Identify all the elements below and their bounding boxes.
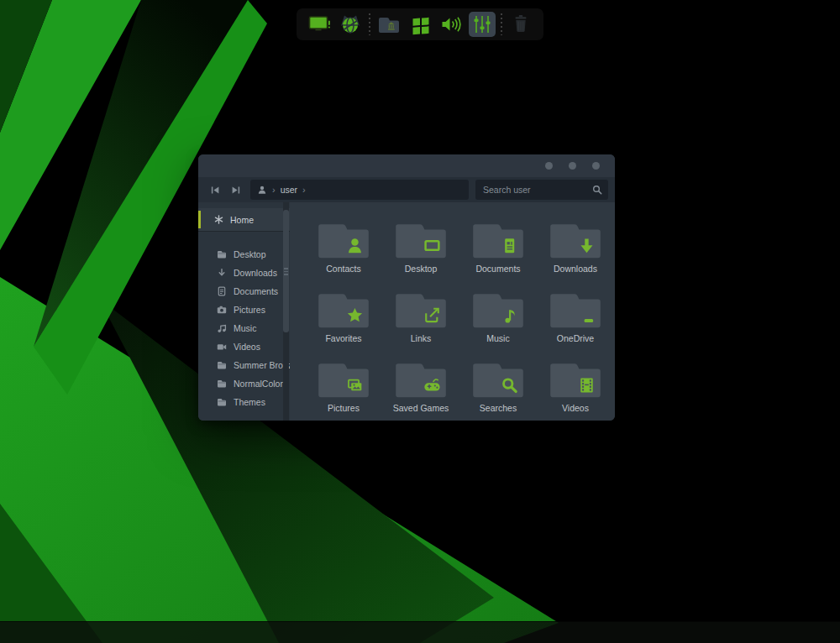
folder-small-icon [218, 380, 226, 388]
folder-tile[interactable]: Saved Games [382, 359, 459, 421]
volume-button[interactable] [438, 12, 465, 37]
folder-label: Contacts [326, 264, 360, 274]
window-control-dot-2[interactable] [569, 162, 576, 170]
folder-tile[interactable]: Searches [459, 359, 537, 421]
sidebar-item[interactable]: Pictures [198, 301, 290, 319]
breadcrumb[interactable]: user [281, 185, 297, 195]
window-control-dot-1[interactable] [545, 162, 553, 170]
sidebar-item[interactable]: Desktop [198, 245, 290, 264]
equalizer-icon [475, 16, 491, 33]
folder-label: Favorites [325, 333, 361, 343]
folder-tile[interactable]: Music [459, 290, 537, 359]
folder-bank-button[interactable] [375, 12, 402, 37]
taskbar[interactable] [0, 621, 840, 643]
sidebar-item-label: Videos [234, 342, 260, 352]
display-button[interactable] [306, 12, 333, 37]
folder-tile[interactable]: Desktop [382, 220, 459, 290]
folder-label: Searches [480, 403, 517, 413]
folder-tile[interactable]: Contacts [305, 220, 382, 290]
breadcrumb-separator: › [272, 186, 276, 195]
sidebar-item-label: NormalColor [234, 379, 283, 389]
folder-icon [396, 363, 446, 397]
folder-small-icon [218, 362, 226, 369]
sidebar-scrollbar-track[interactable] [283, 202, 289, 421]
back-button[interactable] [205, 180, 225, 199]
recycle-bin-button[interactable] [507, 12, 534, 37]
user-icon [257, 185, 267, 195]
windows-button[interactable] [407, 12, 433, 37]
folder-tile[interactable]: Videos [537, 359, 614, 421]
scrollbar-thumb[interactable] [283, 210, 289, 332]
sidebar-item[interactable]: Videos [198, 337, 290, 356]
sidebar-item[interactable]: Themes [198, 393, 290, 411]
folder-icon [318, 294, 369, 327]
sidebar-home-label: Home [230, 215, 254, 225]
sidebar-list: Desktop Downloads Documents Pict [198, 245, 290, 411]
display-icon [310, 17, 330, 30]
globe-icon [341, 16, 360, 34]
camera-small-icon [218, 306, 226, 313]
navigation-bar: › user › [198, 177, 615, 202]
folder-tile[interactable]: OneDrive [537, 290, 614, 359]
breadcrumb-separator: › [302, 186, 306, 195]
desktop-dock [297, 8, 543, 40]
sidebar-item-label: Themes [234, 397, 265, 407]
scrollbar-grip [284, 268, 288, 275]
address-bar[interactable]: › user › [250, 180, 469, 200]
window-main: Home Desktop Downloads [198, 202, 615, 421]
music-small-icon [218, 326, 226, 333]
folder-icon [550, 224, 601, 258]
folder-tile[interactable]: Documents [459, 220, 537, 290]
sidebar-item-label: Music [234, 323, 256, 333]
sidebar-item-label: Documents [234, 286, 278, 296]
window-titlebar [198, 154, 615, 177]
document-icon [505, 238, 514, 253]
folder-tile[interactable]: Pictures [305, 359, 382, 421]
video-small-icon [218, 344, 226, 349]
film-icon [580, 379, 592, 393]
folder-label: Videos [562, 403, 589, 413]
window-control-dot-3[interactable] [592, 162, 600, 170]
folder-label: Saved Games [393, 403, 449, 413]
sidebar-item-label: Desktop [234, 249, 266, 259]
sidebar-item[interactable]: Downloads [198, 264, 290, 282]
folder-small-icon [218, 251, 226, 259]
folder-label: Downloads [554, 264, 597, 274]
skip-back-icon [210, 185, 221, 196]
folder-icon [473, 294, 523, 327]
dash-icon [585, 319, 594, 322]
folder-label: Desktop [405, 264, 438, 274]
folder-icon [473, 224, 523, 258]
folder-label: OneDrive [557, 333, 594, 343]
file-explorer-window: › user › Home Desktop [198, 154, 615, 421]
folder-grid: Contacts Desktop Documents [290, 202, 615, 421]
sidebar-item[interactable]: NormalColor [198, 374, 290, 393]
globe-button[interactable] [337, 12, 364, 37]
folder-tile[interactable]: Links [382, 290, 459, 359]
sidebar-item[interactable]: Music [198, 319, 290, 337]
folder-tile[interactable]: Downloads [537, 220, 614, 290]
folder-tile[interactable]: Favorites [305, 290, 382, 359]
sidebar: Home Desktop Downloads [198, 202, 290, 421]
home-star-icon [214, 215, 223, 224]
folder-label: Pictures [328, 403, 360, 413]
dock-separator [368, 13, 371, 35]
download-small-icon [219, 269, 224, 275]
document-small-icon [218, 287, 224, 295]
sidebar-item-home[interactable]: Home [198, 208, 290, 232]
search-icon [592, 185, 602, 195]
folder-bank-icon [379, 18, 399, 33]
folder-icon [550, 294, 601, 327]
sidebar-item-label: Pictures [234, 305, 265, 315]
search-input[interactable] [481, 184, 592, 196]
sidebar-item[interactable]: Documents [198, 282, 290, 301]
skip-forward-icon [230, 185, 241, 196]
folder-label: Music [486, 333, 509, 343]
sidebar-item[interactable]: Summer Bronze [198, 356, 290, 374]
recycle-bin-icon [516, 15, 527, 32]
folder-icon [550, 363, 601, 397]
folder-label: Documents [475, 264, 520, 274]
windows-icon [413, 18, 429, 34]
equalizer-button[interactable] [469, 12, 496, 37]
forward-button[interactable] [225, 180, 245, 199]
